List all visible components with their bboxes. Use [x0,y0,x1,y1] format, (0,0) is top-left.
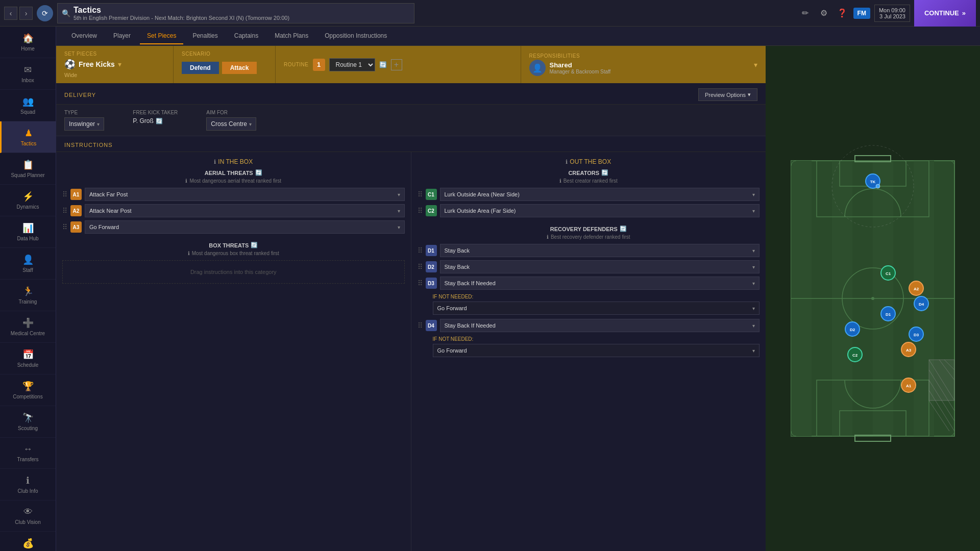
svg-text:A3: A3 [906,348,912,353]
free-kicks-dropdown[interactable]: ▾ [118,60,121,68]
page-title: Tactics [74,6,289,15]
refresh-icon[interactable]: 🔄 [620,226,627,232]
sidebar-item-finances[interactable]: 💰 Finances [0,532,56,551]
out-box-panel: ℹ OUT THE BOX CREATORS 🔄 ℹ Best creator … [411,152,766,551]
routine-dropdown[interactable]: Routine 1 [329,58,375,71]
chevron-down-icon: ▾ [249,121,252,127]
refresh-icon[interactable]: 🔄 [156,118,163,124]
a1-select[interactable]: Attack Far Post ▾ [85,188,405,201]
refresh-icon[interactable]: 🔄 [601,169,608,176]
drag-handle[interactable]: ⠿ [418,321,423,330]
chevron-down-icon: ▾ [752,208,755,214]
tab-captains[interactable]: Captains [227,28,265,44]
d3-select[interactable]: Stay Back If Needed ▾ [440,277,760,290]
svg-point-11 [871,297,874,300]
chevron-down-icon: ▾ [752,323,755,329]
if-not-needed-select-2[interactable]: Go Forward ▾ [433,344,760,357]
sidebar-item-medical-centre[interactable]: ➕ Medical Centre [0,311,56,343]
finances-icon: 💰 [22,538,34,549]
type-select[interactable]: Inswinger ▾ [64,117,104,131]
d4-select[interactable]: Stay Back If Needed ▾ [440,319,760,332]
instruction-c1-row: ⠿ C1 Lurk Outside Area (Near Side) ▾ [418,188,760,201]
instruction-a1-row: ⠿ A1 Attack Far Post ▾ [62,188,405,201]
nav-forward-button[interactable]: › [19,7,33,20]
c1-select[interactable]: Lurk Outside Area (Near Side) ▾ [440,188,760,201]
aim-for-select[interactable]: Cross Centre ▾ [206,117,256,131]
nav-back-button[interactable]: ‹ [4,7,17,20]
sidebar-item-training[interactable]: 🏃 Training [0,280,56,311]
recovery-defenders-title: RECOVERY DEFENDERS 🔄 [418,226,760,232]
creators-ranked-note: ℹ Best creator ranked first [418,178,760,184]
a3-select[interactable]: Go Forward ▾ [85,220,405,234]
delivery-label: DELIVERY [64,92,96,98]
drag-handle[interactable]: ⠿ [62,207,67,215]
dynamics-icon: ⚡ [22,191,34,202]
drag-handle[interactable]: ⠿ [418,279,423,287]
info-icon-button[interactable]: ❓ [835,6,849,20]
drag-handle[interactable]: ⠿ [62,190,67,198]
data-hub-icon: 📊 [22,222,34,234]
sidebar-item-transfers[interactable]: ↔ Transfers [0,438,56,469]
sidebar-item-competitions[interactable]: 🏆 Competitions [0,374,56,406]
sidebar-item-home[interactable]: 🏠 Home [0,27,56,58]
drag-handle[interactable]: ⠿ [418,190,423,198]
sidebar-item-club-vision[interactable]: 👁 Club Vision [0,500,56,532]
refresh-icon[interactable]: 🔄 [251,242,258,248]
avatar: 👤 [529,60,546,76]
sidebar-item-squad-planner[interactable]: 📋 Squad Planner [0,153,56,185]
drag-handle[interactable]: ⠿ [418,246,423,255]
scenario-section: SCENARIO Defend Attack [174,46,276,83]
responsibilities-dropdown[interactable]: ▾ [754,61,757,69]
badge-d4: D4 [426,320,437,331]
type-field: TYPE Inswinger ▾ [64,110,104,131]
sub-navigation: Overview Player Set Pieces Penalties Cap… [56,27,980,46]
defend-button[interactable]: Defend [182,62,219,74]
if-not-needed-label-2: IF NOT NEEDED: [433,336,760,342]
preview-options-button[interactable]: Preview Options ▾ [698,88,757,101]
tab-set-pieces[interactable]: Set Pieces [140,28,183,44]
tab-opposition-instructions[interactable]: Opposition Instructions [317,28,394,44]
add-routine-button[interactable]: + [391,59,402,70]
type-label: TYPE [64,110,104,115]
sidebar-item-tactics[interactable]: ♟ Tactics [0,121,56,153]
c2-select[interactable]: Lurk Outside Area (Far Side) ▾ [440,204,760,217]
instructions-label: INSTRUCTIONS [64,142,113,148]
tab-match-plans[interactable]: Match Plans [267,28,315,44]
sidebar-item-dynamics[interactable]: ⚡ Dynamics [0,185,56,216]
home-button[interactable]: ⟳ [37,5,53,21]
drag-handle[interactable]: ⠿ [418,207,423,215]
sidebar-item-squad[interactable]: 👥 Squad [0,90,56,121]
sidebar-item-schedule[interactable]: 📅 Schedule [0,343,56,374]
scenario-label: SCENARIO [182,51,267,57]
drag-drop-area[interactable]: Drag instructions into this category [62,260,405,284]
top-right-area: ✏ ⚙ ❓ FM Mon 09:00 3 Jul 2023 CONTINUE » [798,0,976,27]
sidebar-item-data-hub[interactable]: 📊 Data Hub [0,216,56,248]
drag-handle[interactable]: ⠿ [62,223,67,231]
d1-select[interactable]: Stay Back ▾ [440,244,760,257]
drag-handle[interactable]: ⠿ [418,263,423,271]
tab-penalties[interactable]: Penalties [185,28,225,44]
sidebar-item-scouting[interactable]: 🔭 Scouting [0,406,56,438]
tab-player[interactable]: Player [106,28,138,44]
badge-c1: C1 [426,189,437,200]
if-not-needed-select-1[interactable]: Go Forward ▾ [433,302,760,315]
tab-overview[interactable]: Overview [64,28,104,44]
edit-icon-button[interactable]: ✏ [798,6,813,20]
chevron-down-icon: ▾ [752,281,755,286]
instruction-d2-row: ⠿ D2 Stay Back ▾ [418,260,760,273]
sidebar-item-club-info[interactable]: ℹ Club Info [0,469,56,500]
page-subtitle: 5th in English Premier Division - Next M… [74,15,289,21]
chevron-down-icon: ▾ [398,192,400,197]
help-icon-button[interactable]: ⚙ [817,6,831,20]
box-ranked-note: ℹ Most dangerous box threat ranked first [62,251,405,256]
if-not-needed-2: IF NOT NEEDED: Go Forward ▾ [418,336,760,357]
refresh-icon[interactable]: 🔄 [255,169,262,176]
sidebar-item-inbox[interactable]: ✉ Inbox [0,58,56,90]
d2-select[interactable]: Stay Back ▾ [440,260,760,273]
chevron-down-icon: ▾ [752,348,755,354]
medical-icon: ➕ [22,317,34,329]
a2-select[interactable]: Attack Near Post ▾ [85,204,405,217]
continue-button[interactable]: CONTINUE » [914,0,976,27]
attack-button[interactable]: Attack [222,62,257,74]
sidebar-item-staff[interactable]: 👤 Staff [0,248,56,280]
